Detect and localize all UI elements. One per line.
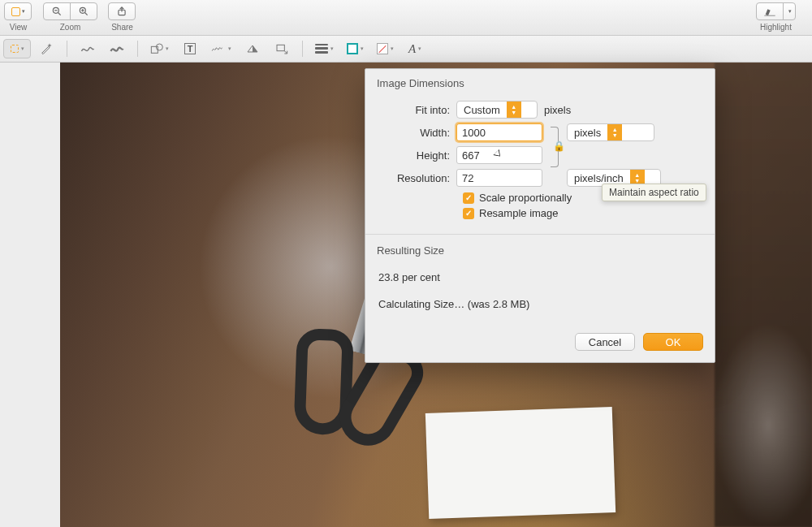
signature-icon: [211, 43, 226, 54]
stepper-arrows-icon: ▲▼: [507, 102, 521, 118]
zoom-label: Zoom: [60, 23, 81, 32]
sketch-icon: [80, 43, 95, 54]
line-weight-icon: [315, 44, 328, 54]
adjust-color-icon: [246, 43, 259, 54]
image-decor: [715, 63, 812, 527]
draw-tool-button[interactable]: [103, 39, 131, 58]
zoom-group: Zoom: [43, 2, 97, 32]
view-group: ▾ View: [5, 2, 32, 32]
adjust-size-button[interactable]: [268, 39, 296, 58]
zoom-out-button[interactable]: [43, 2, 71, 20]
resulting-calc: Calculating Size… (was 2.8 MB): [378, 298, 702, 310]
cancel-button[interactable]: Cancel: [575, 333, 635, 351]
svg-rect-11: [277, 45, 284, 50]
selection-tool-button[interactable]: ▾: [3, 39, 31, 58]
svg-point-10: [156, 44, 162, 50]
fit-into-value: Custom: [457, 104, 507, 116]
height-row: Height:: [378, 146, 702, 164]
text-box-icon: T: [184, 43, 197, 54]
fit-into-row: Fit into: Custom ▲▼ pixels: [378, 101, 702, 119]
view-button[interactable]: ▾: [4, 2, 32, 20]
checkbox-checked-icon: ✓: [463, 192, 474, 204]
border-color-button[interactable]: ▾: [341, 39, 369, 58]
shapes-icon: [150, 43, 163, 54]
chevron-down-icon: ▾: [391, 45, 394, 52]
section-title-resulting: Resulting Size: [365, 238, 715, 260]
chevron-down-icon: ▾: [788, 8, 792, 15]
svg-rect-8: [764, 15, 775, 16]
separator: [302, 41, 303, 57]
chevron-down-icon: ▾: [330, 45, 334, 52]
sign-button[interactable]: ▾: [205, 39, 237, 58]
shapes-button[interactable]: ▾: [145, 39, 175, 58]
chevron-down-icon: ▾: [21, 45, 24, 52]
chevron-down-icon: ▾: [166, 45, 169, 52]
resolution-input[interactable]: [456, 169, 542, 187]
fit-into-unit: pixels: [544, 104, 571, 116]
adjust-size-icon: [275, 43, 288, 54]
resulting-percent: 23.8 per cent: [378, 271, 702, 283]
wh-unit-value: pixels: [568, 127, 607, 139]
chevron-down-icon: ▾: [22, 8, 25, 15]
highlighter-icon: [763, 6, 776, 17]
resample-image-row[interactable]: ✓ Resample image: [463, 207, 702, 219]
font-style-button[interactable]: A ▾: [401, 39, 429, 58]
resample-image-label: Resample image: [479, 207, 559, 219]
divider: [365, 234, 715, 235]
font-icon: A: [408, 42, 416, 56]
text-tool-button[interactable]: T: [176, 39, 204, 58]
width-input[interactable]: [456, 123, 542, 141]
zoom-in-icon: [78, 6, 89, 17]
width-row: Width: pixels ▲▼: [378, 123, 702, 141]
main-toolbar: ▾ View Zoom Share ▾: [0, 0, 812, 36]
share-label: Share: [111, 23, 133, 32]
resolution-label: Resolution:: [378, 172, 456, 184]
height-label: Height:: [378, 149, 456, 162]
wh-unit-select[interactable]: pixels ▲▼: [567, 123, 654, 141]
highlight-label: Highlight: [760, 23, 792, 32]
chevron-down-icon: ▾: [361, 45, 364, 52]
zoom-out-icon: [51, 6, 63, 17]
share-group: Share: [109, 2, 136, 32]
ok-button[interactable]: OK: [643, 333, 703, 351]
adjust-color-button[interactable]: [239, 39, 266, 58]
scale-proportionally-label: Scale proportionally: [479, 192, 572, 204]
separator: [67, 41, 67, 57]
tooltip-aspect-ratio: Maintain aspect ratio: [602, 184, 706, 201]
markup-toolbar: ▾ ▾ T ▾ ▾ ▾ ▾ A ▾: [0, 36, 812, 63]
chevron-down-icon: ▾: [418, 45, 421, 52]
fill-color-icon: [377, 43, 388, 54]
selection-icon: [11, 45, 19, 53]
section-title-dimensions: Image Dimensions: [365, 69, 715, 93]
chevron-down-icon: ▾: [228, 45, 231, 52]
dialog-footer: Cancel OK: [365, 326, 715, 362]
share-icon: [116, 6, 127, 17]
width-label: Width:: [378, 127, 456, 139]
fit-into-label: Fit into:: [378, 104, 456, 116]
thumbnails-icon: [11, 7, 20, 16]
share-button[interactable]: [108, 2, 136, 20]
svg-line-1: [58, 13, 61, 15]
image-decor: [425, 407, 615, 519]
fit-into-select[interactable]: Custom ▲▼: [456, 101, 538, 119]
separator: [137, 41, 138, 57]
sketch-tool-button[interactable]: [74, 39, 102, 58]
instant-alpha-button[interactable]: [32, 39, 60, 58]
line-style-button[interactable]: ▾: [309, 39, 339, 58]
fill-color-button[interactable]: ▾: [371, 39, 400, 58]
draw-icon: [110, 43, 124, 54]
highlight-group: ▾ Highlight: [756, 2, 796, 32]
border-color-icon: [347, 43, 358, 54]
image-dimensions-dialog: Image Dimensions Fit into: Custom ▲▼ pix…: [365, 68, 715, 363]
highlight-button[interactable]: [756, 2, 784, 20]
zoom-in-button[interactable]: [70, 2, 97, 20]
highlight-menu-button[interactable]: ▾: [783, 2, 796, 20]
resolution-unit-value: pixels/inch: [568, 172, 630, 184]
checkbox-checked-icon: ✓: [463, 208, 474, 219]
resulting-size-area: 23.8 per cent Calculating Size… (was 2.8…: [365, 260, 715, 326]
svg-line-4: [85, 13, 88, 15]
stepper-arrows-icon: ▲▼: [607, 124, 622, 140]
magic-wand-icon: [40, 42, 53, 55]
view-label: View: [10, 23, 28, 32]
svg-rect-9: [151, 46, 158, 53]
